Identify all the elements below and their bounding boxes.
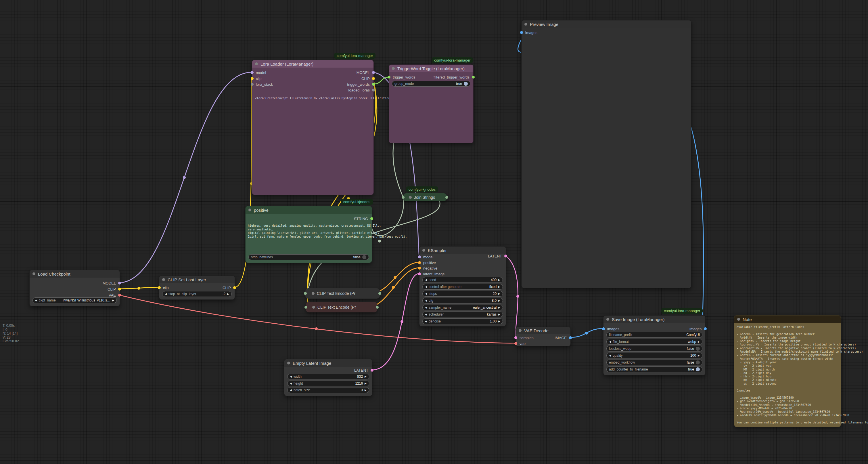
input-model[interactable]: model <box>252 69 266 76</box>
collapse-icon[interactable] <box>287 361 290 365</box>
node-title-bar[interactable]: Load Checkpoint <box>30 270 120 278</box>
latent-port-icon[interactable] <box>504 255 507 257</box>
output-image[interactable]: IMAGE <box>555 335 570 341</box>
prev-arrow-icon[interactable]: ◀ <box>425 313 427 316</box>
input-negative[interactable]: negative <box>420 265 437 271</box>
next-arrow-icon[interactable]: ▶ <box>698 341 700 343</box>
link-dot[interactable] <box>378 240 381 242</box>
node-clip-text-encode-negative[interactable]: CLIP Text Encode (Pr <box>306 302 377 312</box>
output-port-icon[interactable] <box>445 196 448 199</box>
model-port-icon[interactable] <box>372 71 375 74</box>
widget-embed-workflow[interactable]: embed_workflowfalse <box>607 359 703 365</box>
toggle-on-icon[interactable] <box>464 82 468 86</box>
output-model[interactable]: MODEL <box>103 280 120 286</box>
collapse-icon[interactable] <box>607 318 609 321</box>
next-arrow-icon[interactable]: ▶ <box>498 307 500 309</box>
image-port-icon[interactable] <box>569 336 572 339</box>
toggle-off-icon[interactable] <box>696 360 700 365</box>
link-dot[interactable] <box>137 287 140 290</box>
collapse-icon[interactable] <box>519 329 522 332</box>
input-clip[interactable]: clip <box>252 76 261 81</box>
input-vae[interactable]: vae <box>516 341 526 346</box>
image-port-icon[interactable] <box>520 31 523 34</box>
prev-arrow-icon[interactable]: ◀ <box>425 320 427 323</box>
prev-arrow-icon[interactable]: ◀ <box>425 286 427 288</box>
clip-port-icon[interactable] <box>233 286 236 289</box>
prev-arrow-icon[interactable]: ◀ <box>425 279 427 281</box>
widget-height[interactable]: ◀height1216▶ <box>287 381 369 386</box>
toggle-off-icon[interactable] <box>696 347 700 351</box>
vae-port-icon[interactable] <box>514 342 517 345</box>
node-title-bar[interactable]: Lora Loader (LoraManager) <box>252 60 373 67</box>
collapse-icon[interactable] <box>162 278 165 281</box>
link-dot[interactable] <box>516 295 519 298</box>
widget-denoise[interactable]: ◀denoise1.00▶ <box>422 318 503 324</box>
vae-port-icon[interactable] <box>118 294 121 297</box>
output-port-icon[interactable] <box>376 306 379 309</box>
link-dot[interactable] <box>585 332 588 335</box>
output-loaded-loras[interactable]: loaded_loras <box>348 87 373 93</box>
collapse-icon[interactable] <box>255 62 258 65</box>
collapse-icon[interactable] <box>248 208 251 211</box>
prev-arrow-icon[interactable]: ◀ <box>290 375 292 378</box>
string-port-icon[interactable] <box>472 76 475 79</box>
prev-arrow-icon[interactable]: ◀ <box>35 299 37 302</box>
input-port-icon[interactable] <box>402 196 405 199</box>
image-port-icon[interactable] <box>602 327 605 330</box>
node-note[interactable]: Note Available filename_prefix Pattern C… <box>734 315 841 427</box>
node-title-bar[interactable]: Empty Latent Image <box>284 359 372 367</box>
clip-port-icon[interactable] <box>158 286 161 289</box>
node-triggerword-toggle[interactable]: TriggerWord Toggle (LoraManager) trigger… <box>389 64 473 143</box>
clip-port-icon[interactable] <box>251 77 254 80</box>
widget-ckpt-name[interactable]: ◀ ckpt_name il\waiNSFWIllustrious_v110.s… <box>32 297 117 303</box>
link-dot[interactable] <box>183 176 186 179</box>
collapse-icon[interactable] <box>422 249 425 252</box>
output-filtered-trigger-words[interactable]: filtered_trigger_words <box>434 74 473 80</box>
output-latent[interactable]: LATENT <box>354 367 372 373</box>
output-model[interactable]: MODEL <box>356 69 373 76</box>
lora-syntax-text[interactable]: <lora:CreateConcept_Illustrious:0.8> <lo… <box>255 96 399 100</box>
next-arrow-icon[interactable]: ▶ <box>365 375 367 378</box>
widget-group-mode[interactable]: group_mode true <box>392 81 470 87</box>
prev-arrow-icon[interactable]: ◀ <box>165 293 167 295</box>
next-arrow-icon[interactable]: ▶ <box>112 299 114 302</box>
model-port-icon[interactable] <box>418 256 421 258</box>
collapse-icon[interactable] <box>312 292 314 295</box>
node-title-bar[interactable]: Save Image (LoraManager) <box>603 316 705 323</box>
widget-strip-newlines[interactable]: strip_newlines false <box>248 254 369 260</box>
next-arrow-icon[interactable]: ▶ <box>698 354 700 357</box>
node-title-bar[interactable]: Preview Image <box>522 21 691 28</box>
node-graph-canvas[interactable]: T: 0.00s I: 0 N: 14 [14] V: 28 FPS:58.82… <box>0 0 868 464</box>
input-images[interactable]: images <box>603 326 619 332</box>
next-arrow-icon[interactable]: ▶ <box>498 313 500 316</box>
collapse-icon[interactable] <box>737 318 740 321</box>
note-text[interactable]: Available filename_prefix Pattern Codes … <box>737 325 868 424</box>
string-port-icon[interactable] <box>388 76 391 79</box>
node-lora-loader[interactable]: Lora Loader (LoraManager) model clip lor… <box>252 60 374 195</box>
prev-arrow-icon[interactable]: ◀ <box>609 354 611 357</box>
next-arrow-icon[interactable]: ▶ <box>498 299 500 302</box>
output-clip[interactable]: CLIP <box>362 76 373 81</box>
image-port-icon[interactable] <box>704 327 707 330</box>
output-port-icon[interactable] <box>378 292 381 295</box>
node-title-bar[interactable]: TriggerWord Toggle (LoraManager) <box>389 65 473 72</box>
link-dot[interactable] <box>392 286 395 289</box>
output-vae[interactable]: VAE <box>109 292 120 298</box>
widget-scheduler[interactable]: ◀schedulerkarras▶ <box>422 312 503 317</box>
prev-arrow-icon[interactable]: ◀ <box>290 382 292 385</box>
node-save-image[interactable]: Save Image (LoraManager) images images f… <box>603 315 706 375</box>
collapse-icon[interactable] <box>392 67 395 70</box>
node-preview-image[interactable]: Preview Image images <box>521 20 691 288</box>
collapse-icon[interactable] <box>32 272 35 275</box>
string-port-icon[interactable] <box>370 217 373 220</box>
latent-port-icon[interactable] <box>514 336 517 339</box>
collapse-icon[interactable] <box>409 196 412 199</box>
widget-width[interactable]: ◀width832▶ <box>287 374 369 379</box>
toggle-off-icon[interactable] <box>362 255 366 259</box>
node-vae-decode[interactable]: VAE Decode samples IMAGE vae <box>516 327 571 346</box>
widget-file-format[interactable]: ◀file_formatwebp▶ <box>607 339 703 345</box>
widget-batch-size[interactable]: ◀batch_size3▶ <box>287 387 369 393</box>
collapse-icon[interactable] <box>524 23 527 26</box>
widget-control-after-generate[interactable]: ◀control after generatefixed▶ <box>422 284 503 290</box>
node-title-bar[interactable]: VAE Decode <box>516 327 570 334</box>
